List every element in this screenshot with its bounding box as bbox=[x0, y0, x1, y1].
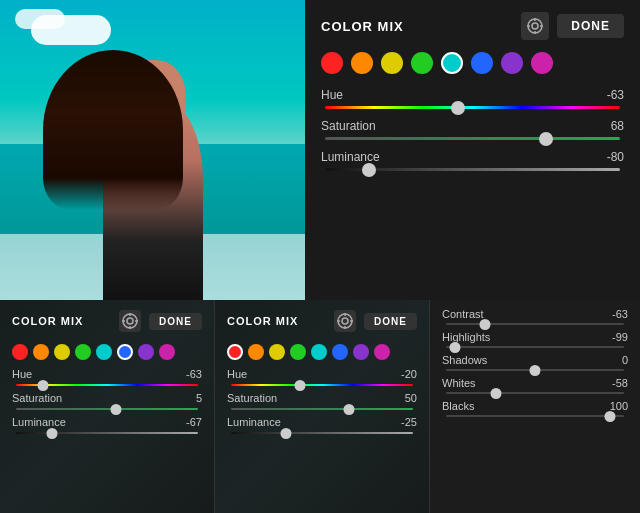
panel2-target-icon[interactable] bbox=[334, 310, 356, 332]
color-magenta[interactable] bbox=[531, 52, 553, 74]
highlights-track[interactable] bbox=[446, 346, 624, 348]
panel1-header: COLOR MIX DONE bbox=[12, 310, 202, 332]
p2-color-cyan[interactable] bbox=[311, 344, 327, 360]
p1-color-yellow[interactable] bbox=[54, 344, 70, 360]
target-icon-button[interactable] bbox=[521, 12, 549, 40]
p2-sat-group: Saturation 50 bbox=[227, 392, 417, 410]
p1-color-purple[interactable] bbox=[138, 344, 154, 360]
p2-lum-value: -25 bbox=[387, 416, 417, 428]
p1-lum-thumb[interactable] bbox=[47, 428, 58, 439]
shadows-value: 0 bbox=[622, 354, 628, 366]
done-button[interactable]: DONE bbox=[557, 14, 624, 38]
p1-color-cyan[interactable] bbox=[96, 344, 112, 360]
highlights-value: -99 bbox=[612, 331, 628, 343]
p2-lum-track[interactable] bbox=[231, 432, 413, 434]
top-row: COLOR MIX DONE bbox=[0, 0, 640, 300]
panel1-done-button[interactable]: DONE bbox=[149, 313, 202, 330]
p2-sat-track[interactable] bbox=[231, 408, 413, 410]
luminance-slider-group: Luminance -80 bbox=[321, 150, 624, 171]
svg-point-0 bbox=[528, 19, 542, 33]
p2-color-orange[interactable] bbox=[248, 344, 264, 360]
panel1-target-svg bbox=[121, 312, 139, 330]
p1-hue-row: Hue -63 bbox=[12, 368, 202, 380]
luminance-track[interactable] bbox=[325, 168, 620, 171]
whites-track[interactable] bbox=[446, 392, 624, 394]
p1-color-red[interactable] bbox=[12, 344, 28, 360]
luminance-thumb[interactable] bbox=[362, 163, 376, 177]
p1-color-green[interactable] bbox=[75, 344, 91, 360]
p1-sat-group: Saturation 5 bbox=[12, 392, 202, 410]
hue-track[interactable] bbox=[325, 106, 620, 109]
blacks-thumb[interactable] bbox=[604, 411, 615, 422]
p2-sat-thumb[interactable] bbox=[344, 404, 355, 415]
p1-hue-thumb[interactable] bbox=[38, 380, 49, 391]
highlights-thumb[interactable] bbox=[449, 342, 460, 353]
shadows-thumb[interactable] bbox=[530, 365, 541, 376]
p1-lum-track[interactable] bbox=[16, 432, 198, 434]
color-red[interactable] bbox=[321, 52, 343, 74]
blacks-track[interactable] bbox=[446, 415, 624, 417]
p1-color-orange[interactable] bbox=[33, 344, 49, 360]
p1-color-magenta[interactable] bbox=[159, 344, 175, 360]
bottom-panel-2: COLOR MIX DONE bbox=[215, 300, 430, 513]
p1-sat-row: Saturation 5 bbox=[12, 392, 202, 404]
bottom-row: COLOR MIX DONE bbox=[0, 300, 640, 513]
panel1-color-circles bbox=[12, 344, 202, 360]
hue-slider-group: Hue -63 bbox=[321, 88, 624, 109]
p2-sat-row: Saturation 50 bbox=[227, 392, 417, 404]
p1-color-blue[interactable] bbox=[117, 344, 133, 360]
p2-color-purple[interactable] bbox=[353, 344, 369, 360]
color-green[interactable] bbox=[411, 52, 433, 74]
bottom-panel-1: COLOR MIX DONE bbox=[0, 300, 215, 513]
p2-color-green[interactable] bbox=[290, 344, 306, 360]
color-purple[interactable] bbox=[501, 52, 523, 74]
p2-lum-row: Luminance -25 bbox=[227, 416, 417, 428]
panel-header-right: DONE bbox=[521, 12, 624, 40]
blacks-label: Blacks bbox=[442, 400, 474, 412]
contrast-thumb[interactable] bbox=[480, 319, 491, 330]
panel1-target-icon[interactable] bbox=[119, 310, 141, 332]
shadows-label: Shadows bbox=[442, 354, 487, 366]
p1-sat-track[interactable] bbox=[16, 408, 198, 410]
highlights-row: Highlights -99 bbox=[442, 331, 628, 348]
p2-color-blue[interactable] bbox=[332, 344, 348, 360]
blacks-label-row: Blacks 100 bbox=[442, 400, 628, 412]
color-cyan[interactable] bbox=[441, 52, 463, 74]
whites-thumb[interactable] bbox=[490, 388, 501, 399]
panel2-done-button[interactable]: DONE bbox=[364, 313, 417, 330]
girl-figure bbox=[63, 40, 243, 300]
p2-lum-thumb[interactable] bbox=[280, 428, 291, 439]
p1-lum-row: Luminance -67 bbox=[12, 416, 202, 428]
highlights-label: Highlights bbox=[442, 331, 490, 343]
p2-hue-track[interactable] bbox=[231, 384, 413, 386]
saturation-label-row: Saturation 68 bbox=[321, 119, 624, 133]
p2-sat-value: 50 bbox=[387, 392, 417, 404]
saturation-thumb[interactable] bbox=[539, 132, 553, 146]
shadows-track[interactable] bbox=[446, 369, 624, 371]
saturation-track[interactable] bbox=[325, 137, 620, 140]
p1-sat-label: Saturation bbox=[12, 392, 62, 404]
bottom-panel-3: Contrast -63 Highlights -99 bbox=[430, 300, 640, 513]
panel1-title: COLOR MIX bbox=[12, 315, 83, 327]
color-blue[interactable] bbox=[471, 52, 493, 74]
panel2-color-circles bbox=[227, 344, 417, 360]
whites-label: Whites bbox=[442, 377, 476, 389]
p2-lum-group: Luminance -25 bbox=[227, 416, 417, 434]
p2-color-red[interactable] bbox=[227, 344, 243, 360]
p1-sat-thumb[interactable] bbox=[111, 404, 122, 415]
main-photo bbox=[0, 0, 305, 300]
p2-color-yellow[interactable] bbox=[269, 344, 285, 360]
luminance-value: -80 bbox=[594, 150, 624, 164]
p2-color-magenta[interactable] bbox=[374, 344, 390, 360]
shadows-row: Shadows 0 bbox=[442, 354, 628, 371]
saturation-slider-group: Saturation 68 bbox=[321, 119, 624, 140]
panel2-header: COLOR MIX DONE bbox=[227, 310, 417, 332]
contrast-track[interactable] bbox=[446, 323, 624, 325]
panel-header: COLOR MIX DONE bbox=[321, 12, 624, 40]
bottom-panel-2-inner: COLOR MIX DONE bbox=[215, 300, 429, 451]
color-yellow[interactable] bbox=[381, 52, 403, 74]
p2-hue-thumb[interactable] bbox=[295, 380, 306, 391]
hue-thumb[interactable] bbox=[451, 101, 465, 115]
p1-hue-track[interactable] bbox=[16, 384, 198, 386]
color-orange[interactable] bbox=[351, 52, 373, 74]
